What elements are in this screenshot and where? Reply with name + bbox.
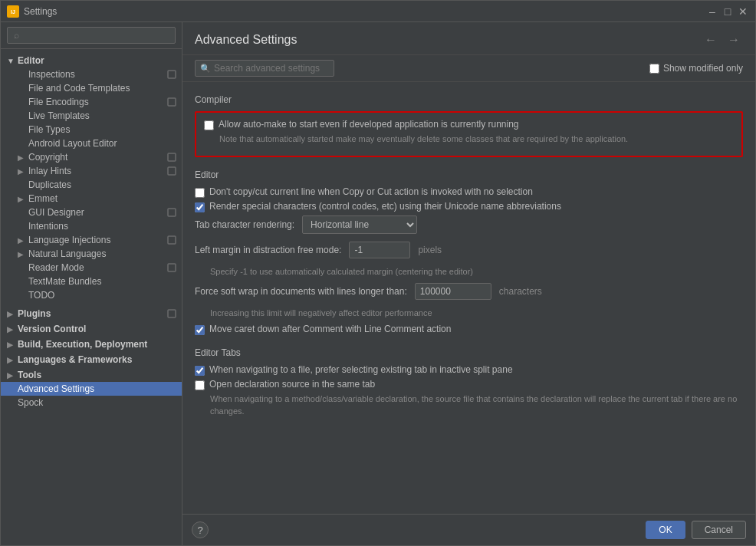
sidebar-item-label: Tools <box>18 370 41 380</box>
open-declaration-checkbox[interactable] <box>195 380 205 390</box>
badge-inlay <box>166 166 177 176</box>
sidebar-item-label: Copyright <box>28 152 67 163</box>
compiler-highlight-box: Allow auto-make to start even if develop… <box>195 111 743 157</box>
compiler-section: Compiler Allow auto-make to start even i… <box>195 94 743 157</box>
sidebar-item-live-templates[interactable]: Live Templates <box>1 109 182 123</box>
expand-arrow-plugins: ▶ <box>7 310 18 318</box>
expand-arrow-vc: ▶ <box>7 325 18 334</box>
sidebar-item-reader-mode[interactable]: Reader Mode <box>1 261 182 275</box>
render-special-checkbox[interactable] <box>195 202 205 212</box>
sidebar-item-inlay-hints[interactable]: ▶ Inlay Hints <box>1 164 182 178</box>
sidebar-item-label: Duplicates <box>28 179 71 190</box>
sidebar-item-copyright[interactable]: ▶ Copyright <box>1 150 182 164</box>
app-icon: IJ <box>7 5 19 18</box>
tab-rendering-row: Tab character rendering: Horizontal line… <box>195 215 743 234</box>
sidebar-item-editor[interactable]: ▼ Editor <box>1 52 182 67</box>
main-header: Advanced Settings ← → <box>182 22 755 55</box>
sidebar-item-label: Editor <box>18 55 44 66</box>
left-margin-input[interactable] <box>349 242 410 258</box>
prefer-existing-tab-checkbox[interactable] <box>195 366 205 376</box>
sidebar-item-label: Reader Mode <box>28 262 84 273</box>
tab-rendering-select[interactable]: Horizontal line Arrow None <box>302 215 417 234</box>
sidebar-item-android-layout-editor[interactable]: Android Layout Editor <box>1 136 182 150</box>
close-button[interactable]: ✕ <box>737 5 749 18</box>
sidebar-item-label: Spock <box>18 397 43 408</box>
tab-rendering-label: Tab character rendering: <box>195 219 294 230</box>
expand-arrow-lf: ▶ <box>7 356 18 364</box>
sidebar-item-label: Natural Languages <box>28 248 106 259</box>
sidebar-item-version-control[interactable]: ▶ Version Control <box>1 321 182 336</box>
editor-tabs-section: Editor Tabs When navigating to a file, p… <box>195 347 743 417</box>
force-soft-wrap-input[interactable] <box>415 283 491 300</box>
badge-copyright <box>166 152 177 163</box>
sidebar-item-todo[interactable]: TODO <box>1 288 182 302</box>
sidebar-item-label: File Encodings <box>28 97 89 107</box>
left-margin-hint: Specify -1 to use automatically calculat… <box>210 266 743 278</box>
expand-arrow-lang-inj: ▶ <box>18 236 28 245</box>
show-modified-only-label[interactable]: Show modified only <box>649 63 743 74</box>
open-declaration-hint: When navigating to a method/class/variab… <box>210 393 743 417</box>
allow-auto-make-checkbox[interactable] <box>204 120 214 130</box>
ok-button[interactable]: OK <box>646 521 685 539</box>
editor-section: Editor Don't copy/cut current line when … <box>195 169 743 335</box>
sidebar-item-gui-designer[interactable]: GUI Designer <box>1 206 182 219</box>
sidebar-item-file-encodings[interactable]: File Encodings <box>1 95 182 109</box>
badge-file-encodings <box>166 97 177 107</box>
sidebar-item-label: TextMate Bundles <box>28 276 101 287</box>
render-special-row: Render special characters (control codes… <box>195 201 743 212</box>
dont-copy-cut-checkbox[interactable] <box>195 188 205 198</box>
sidebar-item-build-execution[interactable]: ▶ Build, Execution, Deployment <box>1 336 182 351</box>
main-toolbar: 🔍 Show modified only <box>182 55 755 82</box>
svg-rect-4 <box>168 153 176 161</box>
sidebar-item-natural-languages[interactable]: ▶ Natural Languages <box>1 247 182 261</box>
sidebar-tree: ▼ Editor Inspections File and Code Templ… <box>1 49 182 545</box>
dont-copy-cut-row: Don't copy/cut current line when Copy or… <box>195 186 743 198</box>
forward-arrow[interactable]: → <box>725 31 743 48</box>
window-title: Settings <box>24 6 706 17</box>
sidebar-item-label: Inlay Hints <box>28 166 71 176</box>
svg-text:IJ: IJ <box>11 9 15 15</box>
render-special-label: Render special characters (control codes… <box>209 201 561 212</box>
sidebar-item-language-injections[interactable]: ▶ Language Injections <box>1 233 182 247</box>
maximize-button[interactable]: □ <box>721 5 734 18</box>
main-search-input[interactable] <box>195 60 334 77</box>
sidebar-item-textmate-bundles[interactable]: TextMate Bundles <box>1 275 182 288</box>
sidebar-item-advanced-settings[interactable]: Advanced Settings <box>1 382 182 396</box>
sidebar-item-inspections[interactable]: Inspections <box>1 67 182 81</box>
sidebar-item-plugins[interactable]: ▶ Plugins <box>1 305 182 321</box>
sidebar-item-label: Android Layout Editor <box>28 138 117 149</box>
help-button[interactable]: ? <box>192 521 209 538</box>
open-declaration-label: Open declaration source in the same tab <box>209 379 375 390</box>
expand-arrow-nat-lang: ▶ <box>18 250 28 258</box>
sidebar-item-languages-frameworks[interactable]: ▶ Languages & Frameworks <box>1 351 182 367</box>
titlebar: IJ Settings – □ ✕ <box>1 1 755 22</box>
svg-rect-6 <box>168 209 176 216</box>
force-soft-wrap-row: Force soft wrap in documents with lines … <box>195 283 743 300</box>
sidebar-item-tools[interactable]: ▶ Tools <box>1 367 182 382</box>
footer: ? OK Cancel <box>182 514 755 545</box>
sidebar-item-file-types[interactable]: File Types <box>1 123 182 136</box>
svg-rect-9 <box>168 310 176 317</box>
settings-window: IJ Settings – □ ✕ ▼ Editor Ins <box>0 0 756 546</box>
minimize-button[interactable]: – <box>706 5 718 18</box>
move-caret-checkbox[interactable] <box>195 325 205 335</box>
dont-copy-cut-label: Don't copy/cut current line when Copy or… <box>209 186 533 197</box>
sidebar-item-intentions[interactable]: Intentions <box>1 219 182 233</box>
back-arrow[interactable]: ← <box>702 31 720 48</box>
force-soft-wrap-hint: Increasing this limit will negatively af… <box>210 308 743 319</box>
cancel-button[interactable]: Cancel <box>692 521 746 539</box>
expand-arrow-build: ▶ <box>7 340 18 349</box>
show-modified-only-checkbox[interactable] <box>649 64 659 74</box>
compiler-section-label: Compiler <box>195 94 743 105</box>
allow-auto-make-row: Allow auto-make to start even if develop… <box>204 119 734 130</box>
allow-auto-make-hint: Note that automatically started make may… <box>219 133 734 145</box>
svg-rect-8 <box>168 264 176 271</box>
sidebar-item-label: Plugins <box>18 308 51 319</box>
search-wrap: 🔍 <box>195 60 643 77</box>
sidebar-item-spock[interactable]: Spock <box>1 396 182 410</box>
sidebar-search-input[interactable] <box>7 27 176 44</box>
sidebar-item-duplicates[interactable]: Duplicates <box>1 178 182 192</box>
prefer-existing-tab-label: When navigating to a file, prefer select… <box>209 364 513 375</box>
sidebar-item-emmet[interactable]: ▶ Emmet <box>1 192 182 206</box>
sidebar-item-file-code-templates[interactable]: File and Code Templates <box>1 81 182 95</box>
